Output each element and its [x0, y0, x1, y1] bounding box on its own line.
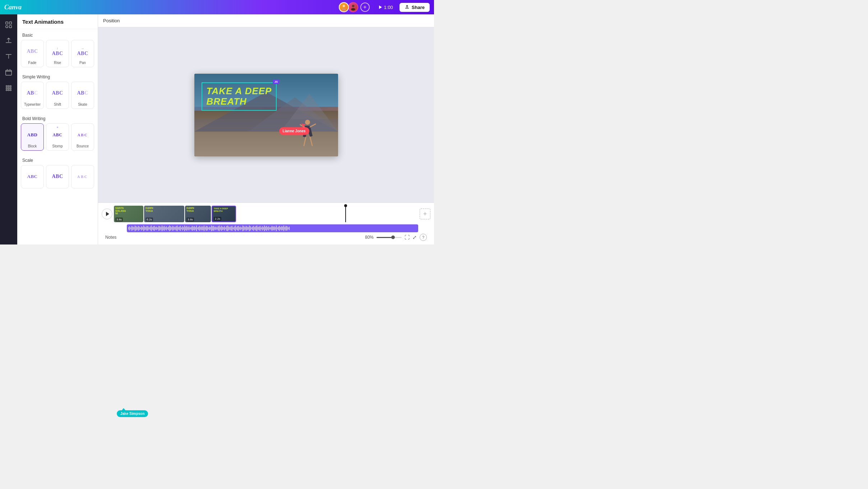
anim-card-fade[interactable]: ABC Fade — [21, 40, 44, 67]
anim-preview-typewriter: ABC — [27, 86, 38, 101]
svg-point-1 — [342, 8, 346, 11]
clip-3-duration: 3.8s — [186, 218, 194, 221]
canvas-text-box[interactable]: JS TAKE A DEEP BREATH — [202, 82, 277, 111]
clip-4[interactable]: TAKE A DEEPBREATH 2.2s — [212, 206, 236, 222]
clip-1-duration: 3.8s — [115, 218, 123, 221]
sidebar-icon-text[interactable] — [2, 50, 15, 63]
anim-preview-stomp: ABC — [53, 127, 63, 142]
canvas-frame[interactable]: JS TAKE A DEEP BREATH — [194, 74, 338, 156]
clip-4-duration: 2.2s — [214, 217, 221, 221]
anim-preview-rise: ↑ ABC — [52, 44, 63, 59]
play-icon — [379, 5, 382, 9]
clip-2[interactable]: DAWNYOGA 6.2s — [144, 206, 184, 222]
clips-track: SANTASOLANANI 3.8s DAWNYOGA 6.2s DAWNYOG… — [114, 206, 418, 222]
time-display: 1:00 — [384, 5, 393, 10]
playhead — [345, 206, 346, 222]
svg-point-19 — [10, 90, 11, 91]
svg-rect-6 — [6, 22, 8, 24]
svg-point-15 — [8, 87, 9, 89]
scale-grid: ABC ABC ABC — [17, 165, 98, 192]
anim-preview-scale1: ABC — [27, 169, 38, 184]
clips-wrapper: SANTASOLANANI 3.8s DAWNYOGA 6.2s DAWNYOG… — [114, 206, 418, 222]
share-button[interactable]: Share — [400, 3, 430, 12]
clip-2-label: DAWNYOGA — [146, 207, 153, 212]
expand-icon[interactable]: ⤢ — [412, 234, 417, 240]
anim-label-block: Block — [28, 144, 37, 148]
avatar-user1[interactable] — [339, 2, 349, 12]
anim-card-block[interactable]: ABD Block — [21, 123, 44, 151]
svg-point-14 — [6, 87, 8, 89]
collaborators-section: + — [339, 2, 370, 12]
left-sidebar — [0, 14, 17, 244]
svg-point-13 — [10, 86, 11, 87]
basic-grid: ABC Fade ↑ ABC Rise → ABC Pan — [17, 40, 98, 71]
anim-card-scale1[interactable]: ABC — [21, 165, 44, 188]
clip-1-label: SANTASOLANANI — [115, 207, 126, 215]
js-badge: JS — [273, 79, 280, 84]
add-collaborator-button[interactable]: + — [360, 3, 370, 12]
anim-card-bounce[interactable]: ABC Bounce — [71, 123, 94, 151]
waveform-bars: (function() { const container = document… — [127, 224, 418, 232]
anim-card-stomp[interactable]: ABC Stomp — [46, 123, 69, 151]
timeline-play-button[interactable] — [102, 209, 112, 219]
anim-card-scale2[interactable]: ABC — [46, 165, 69, 188]
timeline-clips: SANTASOLANANI 3.8s DAWNYOGA 6.2s DAWNYOG… — [102, 206, 430, 222]
zoom-slider-thumb — [391, 236, 395, 239]
clip-3[interactable]: DAWNYOGA 3.8s — [185, 206, 211, 222]
section-basic-label: Basic — [17, 29, 98, 40]
help-button[interactable]: ? — [420, 234, 427, 241]
anim-preview-skate: ABC — [77, 86, 88, 101]
position-bar: Position — [98, 14, 434, 27]
anim-label-rise: Rise — [54, 61, 61, 65]
svg-point-11 — [6, 86, 8, 87]
section-scale-label: Scale — [17, 154, 98, 165]
canvas-area: JS TAKE A DEEP BREATH — [98, 27, 434, 202]
anim-label-shift: Shift — [54, 102, 61, 106]
anim-preview-scale2: ABC — [52, 169, 63, 184]
section-boldwriting-label: Bold Writing — [17, 113, 98, 123]
panel-header: Text Animations — [17, 14, 98, 29]
section-simplewriting-label: Simple Writing — [17, 71, 98, 82]
timeline-area: SANTASOLANANI 3.8s DAWNYOGA 6.2s DAWNYOG… — [98, 202, 434, 244]
svg-point-18 — [8, 90, 9, 91]
avatar-user2[interactable] — [348, 2, 358, 12]
anim-label-typewriter: Typewriter — [24, 102, 41, 106]
svg-point-2 — [352, 5, 354, 7]
play-time-display[interactable]: 1:00 — [375, 3, 397, 12]
anim-card-typewriter[interactable]: ABC Typewriter — [21, 82, 44, 109]
boldwriting-grid: ABD Block ABC Stomp ABC Bounce — [17, 123, 98, 154]
anim-card-skate[interactable]: ABC Skate — [71, 82, 94, 109]
anim-preview-fade: ABC — [27, 44, 38, 59]
svg-point-8 — [6, 26, 8, 28]
sidebar-icon-elements[interactable] — [2, 18, 15, 32]
sidebar-icon-apps[interactable] — [2, 81, 15, 95]
svg-point-0 — [342, 5, 345, 7]
anim-label-skate: Skate — [78, 102, 87, 106]
position-tab-label[interactable]: Position — [103, 18, 120, 23]
anim-preview-block: ABD — [27, 127, 38, 142]
anim-label-bounce: Bounce — [77, 144, 89, 148]
svg-point-16 — [10, 87, 11, 89]
clip-1[interactable]: SANTASOLANANI 3.8s — [114, 206, 143, 222]
notes-label[interactable]: Notes — [105, 235, 116, 240]
canva-logo[interactable]: Canva — [4, 4, 22, 11]
sidebar-icon-projects[interactable] — [2, 65, 15, 79]
svg-rect-7 — [9, 22, 11, 24]
zoom-controls: 80% ⛶ ⤢ ? — [365, 234, 427, 241]
add-clip-button[interactable]: + — [420, 209, 430, 219]
animations-panel: Text Animations Basic ABC Fade ↑ ABC Ris… — [17, 14, 98, 244]
svg-rect-4 — [405, 8, 409, 9]
svg-point-12 — [8, 86, 9, 87]
canvas-headline: TAKE A DEEP BREATH — [207, 86, 272, 108]
sidebar-icon-uploads[interactable] — [2, 34, 15, 47]
play-triangle-icon — [106, 212, 109, 216]
anim-label-stomp: Stomp — [52, 144, 63, 148]
anim-card-rise[interactable]: ↑ ABC Rise — [46, 40, 69, 67]
anim-card-shift[interactable]: ABC Shift — [46, 82, 69, 109]
fullscreen-icon[interactable]: ⛶ — [405, 234, 410, 240]
audio-track[interactable]: (function() { const container = document… — [127, 224, 418, 232]
anim-card-pan[interactable]: → ABC Pan — [71, 40, 94, 67]
zoom-slider[interactable] — [377, 237, 402, 238]
zoom-level: 80% — [365, 235, 374, 240]
anim-card-scale3[interactable]: ABC — [71, 165, 94, 188]
